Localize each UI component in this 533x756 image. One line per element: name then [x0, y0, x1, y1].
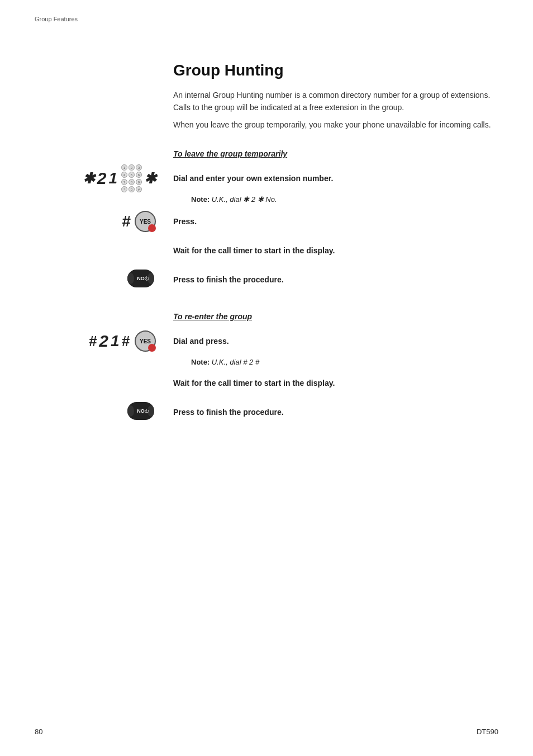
note-label-1: Note:	[191, 195, 210, 204]
step-reenter-2-text: Wait for the call timer to start in the …	[173, 377, 335, 389]
step-leave-1-text: Dial and enter your own extension number…	[173, 173, 333, 185]
no-handset-svg-1: NO ⏻	[125, 268, 156, 291]
no-handset-svg-2: NO ⏻	[125, 401, 156, 423]
note-text-2: U.K., dial # 2 #	[212, 358, 259, 366]
step-leave-2: # YES Press.	[173, 209, 503, 234]
description-2: When you leave the group temporarily, yo…	[173, 119, 503, 131]
dial-star21star-icon: ✱ 2 1 1 2 3 4 5 6	[45, 164, 156, 192]
hash-yes-icon: # YES	[45, 210, 156, 233]
svg-point-6	[127, 405, 134, 417]
step-leave-3: Wait for the call timer to start in the …	[173, 238, 503, 263]
step-leave-4-text: Press to finish the procedure.	[173, 274, 284, 286]
section-reenter-title: To re-enter the group	[173, 312, 503, 321]
no-button-icon-1: NO ⏻	[45, 268, 156, 291]
step-leave-3-text: Wait for the call timer to start in the …	[173, 245, 335, 257]
step-reenter-2: Wait for the call timer to start in the …	[173, 371, 503, 395]
product-name: DT590	[477, 727, 498, 736]
step-leave-1: ✱ 2 1 1 2 3 4 5 6	[173, 166, 503, 191]
svg-point-1	[127, 273, 134, 284]
hash21hash-yes-icon: # 2 1 # YES	[45, 330, 156, 352]
step-reenter-1-text: Dial and press.	[173, 336, 229, 347]
note-label-2: Note:	[191, 358, 210, 366]
step-reenter-1: # 2 1 # YES Dial	[173, 329, 503, 353]
no-button-icon-2: NO ⏻	[45, 401, 156, 423]
steps-leave: ✱ 2 1 1 2 3 4 5 6	[173, 166, 503, 292]
svg-text:⏻: ⏻	[144, 276, 149, 281]
steps-reenter: # 2 1 # YES Dial	[173, 329, 503, 424]
note-text-1: U.K., dial ✱ 2 ✱ No.	[212, 195, 277, 204]
page-number: 80	[35, 727, 42, 736]
step-leave-4: NO ⏻ Press to finish the procedure.	[173, 267, 503, 292]
svg-text:⏻: ⏻	[144, 409, 149, 414]
step-leave-2-text: Press.	[173, 216, 197, 228]
page-title: Group Hunting	[173, 62, 503, 79]
section-leave: To leave the group temporarily ✱ 2 1 1 2	[173, 149, 503, 292]
main-content: Group Hunting An internal Group Hunting …	[173, 62, 503, 429]
step-reenter-3-text: Press to finish the procedure.	[173, 407, 284, 418]
section-reenter: To re-enter the group # 2 1 # YES	[173, 312, 503, 424]
step-reenter-1-note: Note: U.K., dial # 2 #	[173, 358, 503, 366]
description-1: An internal Group Hunting number is a co…	[173, 89, 503, 114]
svg-text:NO: NO	[137, 276, 145, 281]
step-leave-1-note: Note: U.K., dial ✱ 2 ✱ No.	[173, 195, 503, 204]
svg-text:NO: NO	[137, 408, 145, 414]
section-leave-title: To leave the group temporarily	[173, 149, 503, 158]
page-header-label: Group Features	[35, 16, 78, 22]
step-reenter-3: NO ⏻ Press to finish the procedure.	[173, 400, 503, 424]
